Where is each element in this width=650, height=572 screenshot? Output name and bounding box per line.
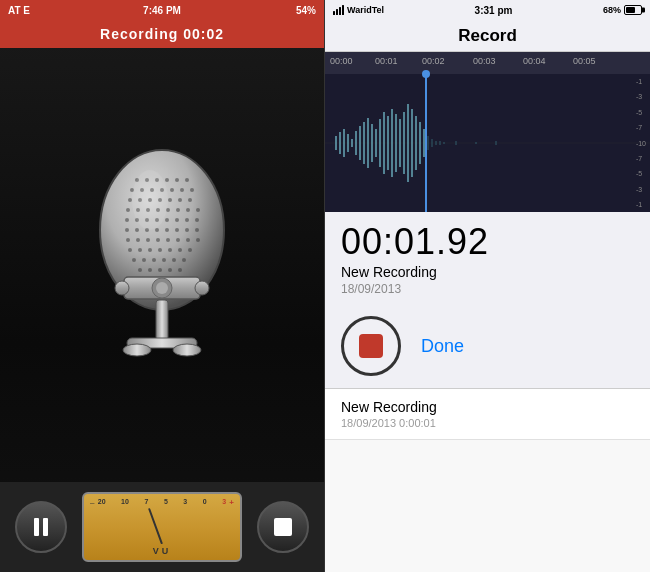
svg-point-64 [172,258,176,262]
svg-rect-94 [383,112,385,174]
recordings-list: New Recording 18/09/2013 0:00:01 [325,388,650,572]
list-item-name: New Recording [341,399,634,415]
svg-point-63 [162,258,166,262]
svg-point-67 [148,268,152,272]
vu-needle-container [97,504,227,544]
right-status-bar: WaridTel 3:31 pm 68% [325,0,650,20]
svg-point-41 [165,228,169,232]
done-button[interactable]: Done [421,336,464,357]
svg-point-27 [186,208,190,212]
svg-point-14 [128,198,132,202]
left-panel: AT E 7:46 PM 54% Recording 00:02 [0,0,325,572]
bottom-controls: – + 20 10 7 5 3 0 3 VU [0,482,324,572]
svg-point-58 [178,248,182,252]
svg-point-35 [185,218,189,222]
svg-point-48 [156,238,160,242]
list-item[interactable]: New Recording 18/09/2013 0:00:01 [325,389,650,440]
record-stop-button[interactable] [341,316,401,376]
svg-point-54 [138,248,142,252]
svg-point-56 [158,248,162,252]
recording-name: New Recording [341,264,634,280]
right-header: Record [325,20,650,52]
svg-rect-106 [431,139,433,147]
recording-label: Recording 00:02 [100,26,224,42]
svg-point-79 [173,344,201,356]
svg-point-45 [126,238,130,242]
svg-point-49 [166,238,170,242]
right-status-right: 68% [603,5,642,15]
stop-icon [274,518,292,536]
microphone-container: /* dots rendered below */ [62,48,262,482]
svg-rect-92 [375,129,377,157]
svg-point-46 [136,238,140,242]
left-status-bar: AT E 7:46 PM 54% [0,0,324,20]
svg-rect-100 [407,104,409,182]
svg-point-11 [170,188,174,192]
svg-rect-109 [443,142,445,144]
svg-point-6 [185,178,189,182]
battery-icon [624,5,642,15]
db-label-7b: -7 [636,155,646,162]
svg-point-80 [132,170,168,230]
waveform-area[interactable]: 00:00 00:01 00:02 00:03 00:04 00:05 [325,52,650,212]
svg-point-29 [125,218,129,222]
db-label-1b: -1 [636,201,646,208]
playhead [425,74,427,212]
svg-point-4 [165,178,169,182]
recording-time: 00:01.92 [341,224,634,260]
db-label-5: -5 [636,109,646,116]
left-battery: 54% [296,5,316,16]
svg-rect-83 [339,132,341,154]
ruler-tick-2: 00:02 [422,56,445,66]
battery-fill [626,7,635,13]
right-battery-pct: 68% [603,5,621,15]
svg-rect-101 [411,109,413,177]
signal-bar-4 [342,5,344,15]
svg-point-74 [115,281,129,295]
right-title: Record [458,26,517,46]
svg-point-73 [156,282,168,294]
svg-rect-90 [367,118,369,168]
waveform-canvas: -1 -3 -5 -7 -10 -7 -5 -3 -1 [325,74,650,212]
svg-rect-93 [379,119,381,167]
left-time: 7:46 PM [143,5,181,16]
svg-rect-76 [156,300,168,340]
stop-button[interactable] [257,501,309,553]
svg-point-75 [195,281,209,295]
svg-point-60 [132,258,136,262]
left-carrier: AT E [8,5,30,16]
svg-point-34 [175,218,179,222]
recording-bar: Recording 00:02 [0,20,324,48]
ruler-tick-3: 00:03 [473,56,496,66]
ruler-tick-5: 00:05 [573,56,596,66]
svg-point-78 [123,344,151,356]
svg-rect-108 [439,141,441,145]
svg-point-42 [175,228,179,232]
svg-rect-102 [415,116,417,170]
svg-point-66 [138,268,142,272]
signal-bar-3 [339,7,341,15]
svg-point-57 [168,248,172,252]
svg-point-21 [126,208,130,212]
signal-bar-1 [333,11,335,15]
pause-bar-1 [34,518,39,536]
recording-info: 00:01.92 New Recording 18/09/2013 [325,212,650,304]
svg-rect-88 [359,126,361,160]
svg-point-68 [158,268,162,272]
timeline-ruler: 00:00 00:01 00:02 00:03 00:04 00:05 [325,52,650,74]
vu-meter: – + 20 10 7 5 3 0 3 VU [82,492,242,562]
svg-rect-86 [351,139,353,147]
record-stop-icon [359,334,383,358]
svg-point-37 [125,228,129,232]
ruler-tick-1: 00:01 [375,56,398,66]
svg-rect-97 [395,114,397,172]
ruler-tick-4: 00:04 [523,56,546,66]
right-panel: WaridTel 3:31 pm 68% Record 00:00 00:01 … [325,0,650,572]
vu-label: VU [153,546,172,556]
svg-point-59 [188,248,192,252]
svg-point-55 [148,248,152,252]
db-label-3: -3 [636,93,646,100]
vu-needle [148,508,163,544]
right-time: 3:31 pm [475,5,513,16]
pause-button[interactable] [15,501,67,553]
